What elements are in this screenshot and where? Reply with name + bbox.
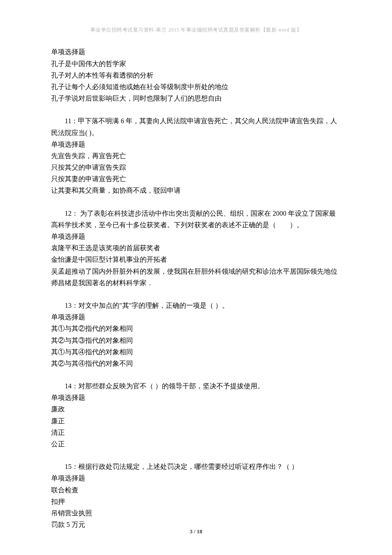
question-13-block: 13：对文中加点的"其"字的理解，正确的一项是（ ）。 单项选择题 其①与其②指… [51,300,341,369]
option: 让其妻和其父商量，如协商不成，驳回申请 [51,185,341,196]
question-12-block: 12： 为了表彰在科技进步活动中作出突出贡献的公民、组织，国家在 2000 年设… [51,208,341,289]
page-header: 事业单位招聘考试复习资料-皋兰 2015 年事业编招聘考试真题及答案解析【最新 … [51,26,341,34]
question-stem: 11：甲下落不明满 6 年，其妻向人民法院申请宣告死亡，其父向人民法院申请宣告失… [51,115,341,138]
option: 其②与其③指代的对象相同 [51,335,341,346]
question-type: 单项选择题 [51,311,341,323]
option: 清正 [51,427,341,438]
option: 孔子让每个人必须知道他或她在社会等级制度中所处的地位 [51,81,341,92]
option: 廉政 [51,403,341,415]
question-type: 单项选择题 [51,472,341,484]
option: 孔子学说对后世影响巨大，同时也限制了人们的思想自由 [51,92,341,104]
option: 孔子是中国伟大的哲学家 [51,58,341,69]
option: 吴孟超推动了国内外肝脏外科的发展，使我国在肝胆外科领域的研究和诊治水平居国际领先… [51,266,341,277]
question-15-block: 15：根据行政处罚法规定，上述处罚决定，哪些需要经过听证程序作出？（ ） 单项选… [51,461,341,530]
question-type: 单项选择题 [51,46,341,58]
option: 先宣告失踪，再宣告死亡 [51,150,341,162]
option: 其①与其④指代的对象相同 [51,346,341,358]
option: 只按其妻的申请宣告死亡 [51,173,341,185]
question-11-block: 11：甲下落不明满 6 年，其妻向人民法院申请宣告死亡，其父向人民法院申请宣告失… [51,115,341,196]
question-14-block: 14：对那些群众反映为官不（ ）的领导干部，坚决不予提拔使用。 单项选择题 廉政… [51,380,341,450]
option: 扣押 [51,496,341,507]
question-type: 单项选择题 [51,392,341,403]
option: 联合检查 [51,484,341,496]
option: 孔子对人的本性等有着透彻的分析 [51,69,341,81]
question-stem: 15：根据行政处罚法规定，上述处罚决定，哪些需要经过听证程序作出？（ ） [51,461,341,472]
option: 其②与其④指代的对象不同 [51,358,341,369]
question-stem: 14：对那些群众反映为官不（ ）的领导干部，坚决不予提拔使用。 [51,380,341,392]
question-10-block: 单项选择题 孔子是中国伟大的哲学家 孔子对人的本性等有着透彻的分析 孔子让每个人… [51,46,341,104]
option: 只按其父的申请宣告失踪 [51,162,341,173]
question-type: 单项选择题 [51,139,341,150]
option: 廉正 [51,415,341,427]
option: 公正 [51,438,341,450]
option: 吊销营业执照 [51,507,341,519]
option: 金怡濂是中国巨型计算机事业的开拓者 [51,254,341,265]
page-number: 3 / 18 [0,527,392,536]
question-stem: 13：对文中加点的"其"字的理解，正确的一项是（ ）。 [51,300,341,311]
option: 其①与其②指代的对象相同 [51,323,341,334]
document-body: 单项选择题 孔子是中国伟大的哲学家 孔子对人的本性等有着透彻的分析 孔子让每个人… [51,46,341,530]
question-stem: 12： 为了表彰在科技进步活动中作出突出贡献的公民、组织，国家在 2000 年设… [51,208,341,231]
option: 袁隆平和王选是该奖项的首届获奖者 [51,242,341,254]
option: 师昌绪是我国著名的材料科学家． [51,277,341,289]
question-type: 单项选择题 [51,231,341,242]
